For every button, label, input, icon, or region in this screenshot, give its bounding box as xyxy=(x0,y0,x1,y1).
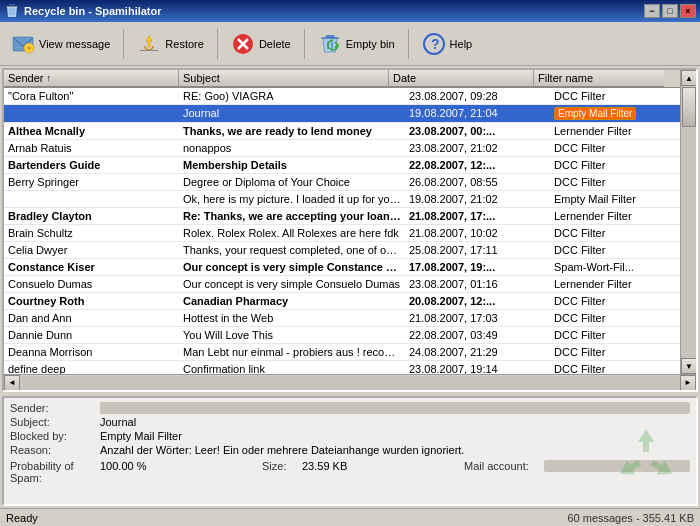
table-cell: DCC Filter xyxy=(550,88,680,104)
table-cell: DCC Filter xyxy=(550,327,680,343)
table-cell: Berry Springer xyxy=(4,174,179,190)
table-row[interactable]: Arnab Ratuisnonappos23.08.2007, 21:02DCC… xyxy=(4,140,680,157)
table-row[interactable]: "Cora Fulton"RE: Goo) VIAGRA23.08.2007, … xyxy=(4,88,680,105)
table-body[interactable]: "Cora Fulton"RE: Goo) VIAGRA23.08.2007, … xyxy=(4,88,680,374)
ready-text: Ready xyxy=(6,512,567,524)
view-message-icon xyxy=(11,32,35,56)
table-row[interactable]: Berry SpringerDegree or Diploma of Your … xyxy=(4,174,680,191)
scroll-up-button[interactable]: ▲ xyxy=(681,70,696,86)
help-label: Help xyxy=(450,38,473,50)
table-cell: RE: Goo) VIAGRA xyxy=(179,88,405,104)
mail-label: Mail account: xyxy=(464,460,544,484)
table-cell: Ok, here is my picture. I loaded it up f… xyxy=(179,191,405,207)
empty-bin-icon xyxy=(318,32,342,56)
blocked-value: Empty Mail Filter xyxy=(100,430,690,442)
title-bar: Recycle bin - Spamihilator − □ × xyxy=(0,0,700,22)
table-cell: Bartenders Guide xyxy=(4,157,179,173)
table-cell: 19.08.2007, 21:04 xyxy=(405,105,550,122)
table-row[interactable]: Bartenders GuideMembership Details22.08.… xyxy=(4,157,680,174)
table-cell: Deanna Morrison xyxy=(4,344,179,360)
table-cell: Dannie Dunn xyxy=(4,327,179,343)
table-row[interactable]: Deanna MorrisonMan Lebt nur einmal - pro… xyxy=(4,344,680,361)
table-cell: Confirmation link xyxy=(179,361,405,374)
table-cell: 22.08.2007, 03:49 xyxy=(405,327,550,343)
table-with-scroll: Sender ↑ Subject Date Filter name "Cora xyxy=(4,70,696,374)
sender-label: Sender: xyxy=(10,402,100,414)
empty-bin-button[interactable]: Empty bin xyxy=(311,26,402,62)
scroll-thumb[interactable] xyxy=(682,87,696,127)
reason-value: Anzahl der Wörter: Leer! Ein oder mehrer… xyxy=(100,444,690,456)
table-cell: 21.08.2007, 17:... xyxy=(405,208,550,224)
h-scroll-track[interactable] xyxy=(20,376,680,390)
table-cell: Lernender Filter xyxy=(550,208,680,224)
scroll-right-button[interactable]: ► xyxy=(680,375,696,391)
col-filter-label: Filter name xyxy=(538,72,593,84)
scroll-left-button[interactable]: ◄ xyxy=(4,375,20,391)
subject-value: Journal xyxy=(100,416,690,428)
preview-subject-row: Subject: Journal xyxy=(10,416,690,428)
table-cell: 23.08.2007, 19:14 xyxy=(405,361,550,374)
title-buttons: − □ × xyxy=(644,4,696,18)
restore-button[interactable]: Restore xyxy=(130,26,211,62)
table-row[interactable]: Brain SchultzRolex. Rolex Rolex. All Rol… xyxy=(4,225,680,242)
delete-button[interactable]: Delete xyxy=(224,26,298,62)
table-cell: Empty Mail Filter xyxy=(550,105,680,122)
table-cell: Spam-Wort-Fil... xyxy=(550,259,680,275)
preview-panel: Sender: Subject: Journal Blocked by: Emp… xyxy=(2,396,698,506)
col-header-date[interactable]: Date xyxy=(389,70,534,87)
delete-label: Delete xyxy=(259,38,291,50)
sort-icon: ↑ xyxy=(46,73,51,83)
table-row[interactable]: Bradley ClaytonRe: Thanks, we are accept… xyxy=(4,208,680,225)
subject-label: Subject: xyxy=(10,416,100,428)
size-value: 23.59 KB xyxy=(302,460,448,484)
window-title: Recycle bin - Spamihilator xyxy=(24,5,162,17)
table-cell: 23.08.2007, 00:... xyxy=(405,123,550,139)
table-row[interactable]: Celia DwyerThanks, your request complete… xyxy=(4,242,680,259)
empty-bin-label: Empty bin xyxy=(346,38,395,50)
table-row[interactable]: Consuelo DumasOur concept is very simple… xyxy=(4,276,680,293)
svg-text:?: ? xyxy=(431,36,440,52)
table-cell: Thanks, your request completed, one of o… xyxy=(179,242,405,258)
view-message-button[interactable]: View message xyxy=(4,26,117,62)
window-icon xyxy=(4,3,20,19)
table-cell: 21.08.2007, 10:02 xyxy=(405,225,550,241)
table-cell: Canadian Pharmacy xyxy=(179,293,405,309)
table-cell xyxy=(4,105,179,122)
col-header-sender[interactable]: Sender ↑ xyxy=(4,70,179,87)
view-message-label: View message xyxy=(39,38,110,50)
col-header-subject[interactable]: Subject xyxy=(179,70,389,87)
table-cell: Constance Kiser xyxy=(4,259,179,275)
title-bar-left: Recycle bin - Spamihilator xyxy=(4,3,162,19)
table-row[interactable]: Courtney RothCanadian Pharmacy20.08.2007… xyxy=(4,293,680,310)
help-button[interactable]: ? Help xyxy=(415,26,480,62)
table-cell: nonappos xyxy=(179,140,405,156)
table-main: Sender ↑ Subject Date Filter name "Cora xyxy=(4,70,680,374)
table-row[interactable]: define deepConfirmation link23.08.2007, … xyxy=(4,361,680,374)
table-cell: Empty Mail Filter xyxy=(550,191,680,207)
table-row[interactable]: Dan and AnnHottest in the Web21.08.2007,… xyxy=(4,310,680,327)
table-row[interactable]: Althea McnallyThanks, we are ready to le… xyxy=(4,123,680,140)
toolbar-separator-1 xyxy=(123,29,124,59)
horizontal-scrollbar[interactable]: ◄ ► xyxy=(4,374,696,390)
scroll-track[interactable] xyxy=(681,86,696,358)
table-cell: DCC Filter xyxy=(550,242,680,258)
toolbar-separator-3 xyxy=(304,29,305,59)
probability-label: Probability of Spam: xyxy=(10,460,100,484)
table-cell: 23.08.2007, 21:02 xyxy=(405,140,550,156)
table-row[interactable]: Journal19.08.2007, 21:04Empty Mail Filte… xyxy=(4,105,680,123)
maximize-button[interactable]: □ xyxy=(662,4,678,18)
vertical-scrollbar[interactable]: ▲ ▼ xyxy=(680,70,696,374)
table-row[interactable]: Constance KiserOur concept is very simpl… xyxy=(4,259,680,276)
col-header-filter[interactable]: Filter name xyxy=(534,70,664,87)
scroll-down-button[interactable]: ▼ xyxy=(681,358,696,374)
table-row[interactable]: Ok, here is my picture. I loaded it up f… xyxy=(4,191,680,208)
close-button[interactable]: × xyxy=(680,4,696,18)
minimize-button[interactable]: − xyxy=(644,4,660,18)
table-cell: 24.08.2007, 21:29 xyxy=(405,344,550,360)
toolbar-separator-4 xyxy=(408,29,409,59)
table-cell: You Will Love This xyxy=(179,327,405,343)
table-cell: DCC Filter xyxy=(550,140,680,156)
table-row[interactable]: Dannie DunnYou Will Love This22.08.2007,… xyxy=(4,327,680,344)
table-cell: Courtney Roth xyxy=(4,293,179,309)
table-cell: Consuelo Dumas xyxy=(4,276,179,292)
